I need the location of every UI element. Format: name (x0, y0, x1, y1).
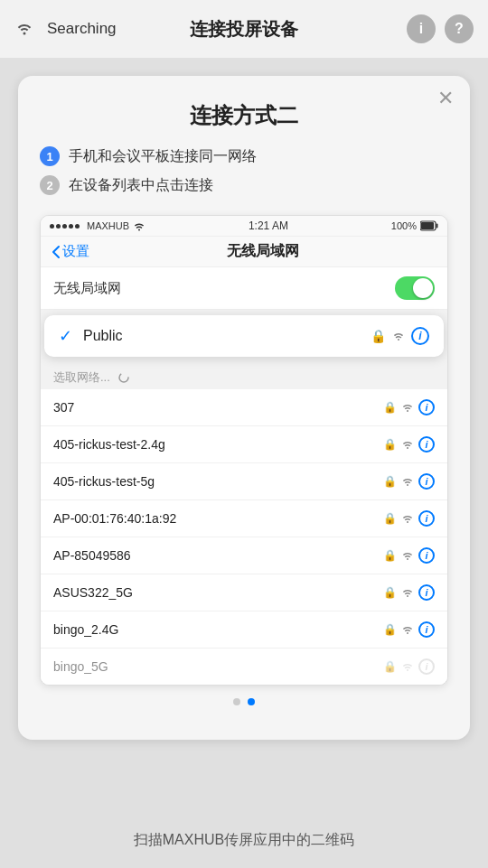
info-icon[interactable]: i (418, 399, 435, 415)
page-title: 连接投屏设备 (190, 17, 298, 42)
battery-level: 100% (391, 220, 417, 231)
page-dot-2[interactable] (248, 698, 255, 705)
phone-mockup: MAXHUB 1:21 AM 100% (40, 215, 448, 686)
lock-icon: 🔒 (383, 475, 397, 488)
step-1-badge: 1 (40, 146, 60, 166)
list-item[interactable]: AP-00:01:76:40:1a:92 🔒 i (41, 500, 447, 537)
list-item[interactable]: 307 🔒 i (41, 389, 447, 426)
wifi-icon (401, 625, 414, 635)
info-button[interactable]: i (407, 14, 436, 43)
wifi-toggle-label: 无线局域网 (53, 280, 121, 297)
loading-icon (117, 371, 130, 384)
list-item[interactable]: AP-85049586 🔒 i (41, 537, 447, 574)
list-item[interactable]: ASUS322_5G 🔒 i (41, 574, 447, 611)
info-icon[interactable]: i (418, 584, 435, 601)
status-time: 1:21 AM (249, 219, 288, 232)
wifi-searching-area: Searching (14, 19, 117, 39)
nav-title: 无线局域网 (227, 242, 299, 261)
battery-icon (420, 220, 438, 231)
list-item[interactable]: bingo_5G 🔒 i (41, 649, 447, 685)
lock-icon: 🔒 (383, 401, 397, 414)
list-item[interactable]: 405-rickus-test-2.4g 🔒 i (41, 426, 447, 463)
wifi-icon (401, 662, 414, 672)
list-item[interactable]: 405-rickus-test-5g 🔒 i (41, 463, 447, 500)
top-bar-actions: i ? (407, 14, 474, 43)
signal-dots (50, 224, 80, 229)
selected-network-popup[interactable]: ✓ Public 🔒 i (44, 315, 444, 357)
wifi-icon (401, 551, 414, 561)
wifi-toggle[interactable] (395, 276, 435, 300)
info-icon[interactable]: i (411, 327, 429, 345)
top-bar: Searching 连接投屏设备 i ? (0, 0, 488, 58)
svg-point-3 (119, 373, 128, 382)
lock-icon: 🔒 (383, 623, 397, 636)
main-content: ✕ 连接方式二 1 手机和会议平板连接同一网络 2 在设备列表中点击连接 (0, 58, 488, 868)
step-2: 2 在设备列表中点击连接 (40, 175, 448, 195)
wifi-search-icon (14, 19, 34, 39)
list-item[interactable]: bingo_2.4G 🔒 i (41, 611, 447, 649)
step-2-badge: 2 (40, 175, 60, 195)
info-icon[interactable]: i (418, 547, 435, 564)
lock-icon: 🔒 (383, 586, 397, 599)
wifi-icon (401, 477, 414, 487)
close-button[interactable]: ✕ (437, 89, 454, 108)
bottom-text: 扫描MAXHUB传屏应用中的二维码 (0, 831, 488, 850)
wifi-icon (401, 514, 414, 524)
connection-card: ✕ 连接方式二 1 手机和会议平板连接同一网络 2 在设备列表中点击连接 (18, 76, 470, 740)
info-icon[interactable]: i (418, 510, 435, 527)
lock-icon: 🔒 (383, 438, 397, 451)
back-label: 设置 (62, 243, 89, 260)
carrier-name: MAXHUB (87, 220, 129, 231)
phone-nav-bar: 设置 无线局域网 (41, 237, 447, 267)
help-button[interactable]: ? (445, 14, 474, 43)
page-dot-1[interactable] (233, 698, 240, 705)
checkmark-icon: ✓ (59, 326, 72, 346)
phone-status-bar: MAXHUB 1:21 AM 100% (41, 216, 447, 237)
card-title: 连接方式二 (40, 101, 448, 130)
svg-rect-1 (436, 224, 437, 229)
chevron-left-icon (52, 245, 61, 259)
steps-list: 1 手机和会议平板连接同一网络 2 在设备列表中点击连接 (40, 146, 448, 195)
back-button[interactable]: 设置 (52, 243, 89, 260)
choose-network-label: 选取网络... (41, 362, 447, 389)
searching-label: Searching (47, 20, 117, 38)
lock-icon: 🔒 (371, 329, 386, 343)
wifi-icon (401, 403, 414, 413)
wifi-icon (401, 440, 414, 450)
step-2-text: 在设备列表中点击连接 (69, 176, 213, 195)
info-icon[interactable]: i (418, 658, 435, 675)
network-list: 307 🔒 i 405-rickus-test-2.4g 🔒 i (41, 389, 447, 685)
lock-icon: 🔒 (383, 549, 397, 562)
step-1-text: 手机和会议平板连接同一网络 (69, 147, 257, 166)
lock-icon: 🔒 (383, 512, 397, 525)
step-1: 1 手机和会议平板连接同一网络 (40, 146, 448, 166)
info-icon[interactable]: i (418, 473, 435, 490)
wifi-enable-row: 无线局域网 (41, 267, 447, 310)
pagination-dots (40, 686, 448, 713)
wifi-full-icon (391, 331, 406, 341)
info-icon[interactable]: i (418, 621, 435, 638)
status-wifi-icon (133, 221, 145, 231)
wifi-icon (401, 588, 414, 598)
svg-rect-2 (421, 222, 434, 229)
info-icon[interactable]: i (418, 436, 435, 453)
selected-network-name: Public (83, 328, 363, 344)
lock-icon: 🔒 (383, 660, 397, 673)
